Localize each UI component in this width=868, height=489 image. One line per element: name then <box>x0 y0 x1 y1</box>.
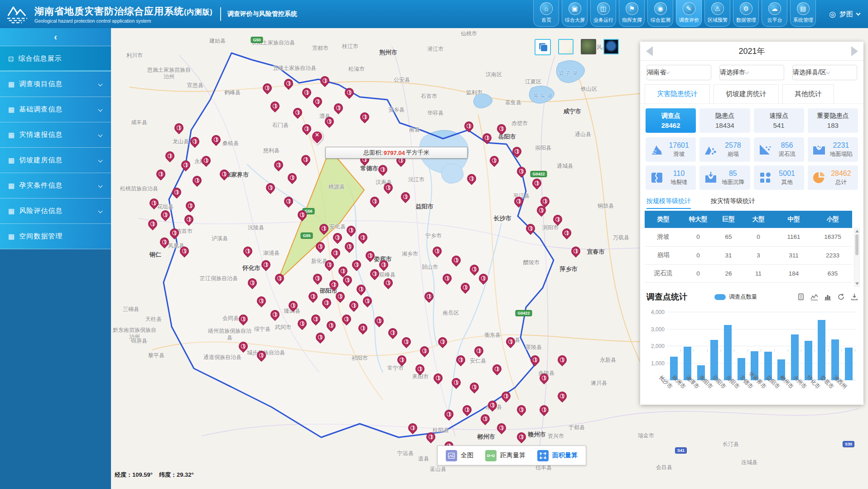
hazard-marker[interactable] <box>443 274 452 283</box>
hazard-marker[interactable] <box>540 197 550 206</box>
hazard-marker[interactable] <box>327 321 336 330</box>
hazard-marker[interactable] <box>270 310 280 319</box>
hazard-marker[interactable] <box>357 285 366 294</box>
hazard-marker[interactable] <box>482 133 492 142</box>
hazard-marker[interactable] <box>313 274 322 283</box>
hazard-marker[interactable] <box>384 278 393 287</box>
region-select-2[interactable]: 请选择县/区 <box>792 65 857 80</box>
hazard-marker[interactable] <box>384 183 393 192</box>
hazard-marker[interactable] <box>358 233 367 242</box>
type-card-地裂缝[interactable]: 110地裂缝 <box>646 165 696 190</box>
hazard-marker[interactable] <box>298 210 307 219</box>
hazard-marker[interactable] <box>184 215 193 224</box>
nav-tab-业务运行[interactable]: ◫业务运行 <box>590 0 616 27</box>
hazard-marker[interactable] <box>325 260 334 269</box>
hazard-marker[interactable] <box>220 169 229 179</box>
hazard-marker[interactable] <box>274 160 283 169</box>
map-tool-全图[interactable]: 全图 <box>446 450 473 461</box>
line-chart-icon[interactable] <box>810 293 818 300</box>
hazard-marker[interactable] <box>512 147 521 156</box>
sidebar-item-切坡建房信息[interactable]: ▦切坡建房信息 <box>0 148 111 173</box>
hazard-marker[interactable] <box>181 160 190 169</box>
scroll-up-icon[interactable] <box>855 230 859 232</box>
map-tool-距离量算[interactable]: 距离量算 <box>485 450 526 461</box>
nav-tab-系统管理[interactable]: ▤系统管理 <box>790 0 816 27</box>
eye-icon[interactable]: ◎ <box>829 10 836 19</box>
hazard-marker[interactable] <box>452 256 461 265</box>
stat-card-速报点[interactable]: 速报点541 <box>754 108 804 133</box>
hazard-marker[interactable] <box>558 355 567 364</box>
hazard-marker[interactable] <box>530 355 540 364</box>
hazard-marker[interactable] <box>239 342 248 351</box>
hazard-marker[interactable] <box>562 228 571 237</box>
street-map-thumbnail[interactable] <box>558 39 574 54</box>
hazard-marker[interactable] <box>470 382 479 392</box>
hazard-marker[interactable] <box>302 124 311 133</box>
chevron-down-icon[interactable] <box>856 11 861 15</box>
hazard-marker[interactable] <box>345 242 354 251</box>
hazard-marker[interactable] <box>517 405 526 414</box>
nav-tab-区域预警[interactable]: ⚠区域预警 <box>704 0 730 27</box>
hazard-marker[interactable] <box>540 373 549 382</box>
hazard-marker[interactable] <box>375 316 384 325</box>
hazard-marker[interactable] <box>239 315 248 324</box>
subtab-按灾情等级统计[interactable]: 按灾情等级统计 <box>711 197 755 209</box>
hazard-marker[interactable] <box>174 123 183 132</box>
hazard-marker[interactable] <box>360 112 369 121</box>
hazard-marker[interactable] <box>316 242 325 251</box>
hazard-marker[interactable] <box>492 364 502 373</box>
hazard-marker[interactable] <box>370 197 379 206</box>
data-view-icon[interactable] <box>797 293 805 300</box>
hazard-marker[interactable] <box>461 283 470 292</box>
scrollbar-thumb[interactable] <box>855 234 858 255</box>
hazard-marker[interactable] <box>540 405 549 414</box>
nav-tab-综合监测[interactable]: ◉综合监测 <box>647 0 673 27</box>
hazard-marker[interactable] <box>270 102 280 111</box>
hazard-marker[interactable] <box>347 226 356 235</box>
stat-card-调查点[interactable]: 调查点28462 <box>646 108 696 133</box>
hazard-marker[interactable] <box>481 414 490 423</box>
sidebar-item-空间数据管理[interactable]: ▦空间数据管理 <box>0 224 111 249</box>
nav-tab-指挥支撑[interactable]: ⚑指挥支撑 <box>619 0 645 27</box>
hazard-marker[interactable] <box>571 247 580 256</box>
hazard-marker[interactable] <box>165 151 174 160</box>
hazard-marker[interactable] <box>514 197 523 206</box>
stat-card-重要隐患点[interactable]: 重要隐患点183 <box>808 108 858 133</box>
hazard-marker[interactable] <box>424 292 434 301</box>
hazard-marker[interactable] <box>261 260 270 269</box>
hazard-marker[interactable] <box>325 117 334 126</box>
hazard-marker[interactable] <box>506 337 515 346</box>
hazard-marker[interactable] <box>352 260 361 269</box>
region-select-0[interactable]: 湖南省 <box>646 65 711 80</box>
region-select-1[interactable]: 请选择市 <box>719 65 784 80</box>
table-scrollbar[interactable] <box>854 228 860 287</box>
hazard-marker[interactable] <box>257 296 266 305</box>
type-card-总计[interactable]: 28462总计 <box>808 165 858 190</box>
hazard-marker[interactable] <box>336 292 345 301</box>
hazard-marker[interactable] <box>284 79 293 88</box>
hazard-marker[interactable] <box>293 108 302 117</box>
hazard-marker[interactable] <box>517 167 526 176</box>
hazard-marker[interactable] <box>212 135 221 144</box>
map-tool-面积量算[interactable]: 面积量算 <box>537 450 578 461</box>
type-card-其他[interactable]: 5001其他 <box>754 165 804 190</box>
sidebar-item-孕灾条件信息[interactable]: ▦孕灾条件信息 <box>0 173 111 199</box>
hazard-marker[interactable] <box>517 432 526 441</box>
hazard-marker[interactable] <box>415 364 424 373</box>
layers-button[interactable] <box>535 39 551 55</box>
type-card-滑坡[interactable]: 17601滑坡 <box>646 137 696 162</box>
type-card-崩塌[interactable]: 2578崩塌 <box>699 137 750 162</box>
type-card-地面沉降[interactable]: 85地面沉降 <box>699 165 750 190</box>
hazard-marker[interactable] <box>338 266 347 276</box>
hazard-marker[interactable] <box>172 188 181 197</box>
user-name[interactable]: 梦图 <box>839 10 853 19</box>
hazard-marker[interactable] <box>537 206 546 215</box>
tab-灾害隐患统计[interactable]: 灾害隐患统计 <box>645 84 710 103</box>
hazard-marker[interactable] <box>298 319 307 328</box>
hazard-marker[interactable] <box>497 124 506 133</box>
hazard-marker[interactable] <box>401 192 410 201</box>
hazard-marker[interactable] <box>379 260 388 269</box>
hazard-marker[interactable] <box>301 155 310 164</box>
hazard-marker[interactable] <box>342 315 351 324</box>
hazard-marker[interactable] <box>470 265 479 274</box>
